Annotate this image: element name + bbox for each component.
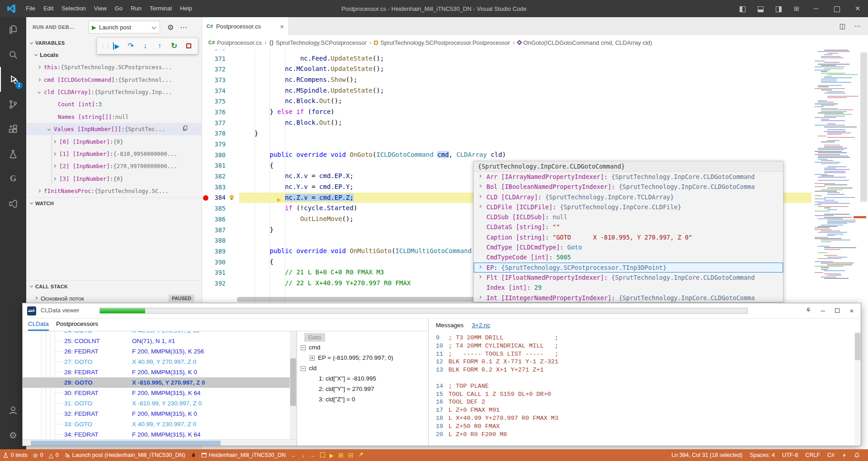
restart-button[interactable]: ↻ xyxy=(168,41,180,51)
activity-source-control[interactable] xyxy=(0,92,26,117)
cldata-tab-postprocessors[interactable]: Postprocessors xyxy=(56,319,98,331)
line-content[interactable]: } xyxy=(239,128,811,139)
tree-horizontal-scrollbar[interactable] xyxy=(23,439,297,446)
cld-command-row[interactable]: 25: COOLNTON(71), N 1, #1 xyxy=(23,336,297,346)
line-content[interactable]: nc.Block.Out(); xyxy=(239,96,811,107)
watch-section-header[interactable]: WATCH xyxy=(26,197,202,209)
glyph-margin[interactable] xyxy=(202,128,209,139)
status-arrow-left[interactable]: ← xyxy=(288,452,299,459)
cld-command-row[interactable]: 31: GOTOX -810.99, Y 230.997, Z 0 xyxy=(23,398,297,409)
line-content[interactable] xyxy=(239,139,811,150)
status-screen[interactable] xyxy=(318,452,327,459)
code-line[interactable]: 375nc.Block.Out(); xyxy=(202,96,811,107)
menu-file[interactable]: File xyxy=(22,0,39,17)
more-actions-icon[interactable]: ⋯ xyxy=(180,23,188,32)
cldata-minimize-button[interactable]: ─ xyxy=(816,305,829,316)
line-content[interactable]: } else if (force) xyxy=(239,107,811,118)
line-number[interactable]: 374 xyxy=(209,87,226,94)
glyph-margin[interactable] xyxy=(202,53,209,64)
code-line[interactable]: 370else xyxy=(202,50,811,53)
status-spaces-4[interactable]: Spaces: 4 xyxy=(746,449,778,461)
status-beaker[interactable]: 0 tests xyxy=(0,449,30,461)
glyph-margin[interactable] xyxy=(202,118,209,128)
menu-terminal[interactable]: Terminal xyxy=(146,0,176,17)
glyph-margin[interactable] xyxy=(202,75,209,85)
glyph-margin[interactable] xyxy=(202,267,209,278)
line-number[interactable]: 378 xyxy=(209,130,226,137)
popup-property-row[interactable]: CLDSub [ICLDSub]: null xyxy=(474,212,783,222)
line-number[interactable]: 383 xyxy=(209,183,226,191)
glyph-margin[interactable] xyxy=(202,85,209,96)
twistie-icon[interactable] xyxy=(38,78,41,81)
start-debug-icon[interactable]: ▶ xyxy=(92,24,96,31)
glyph-margin[interactable] xyxy=(202,139,209,150)
cld-command-row[interactable]: 33: GOTOX 40.99, Y 230.997, Z 0 xyxy=(23,419,297,429)
toggle-secondary-sidebar-icon[interactable] xyxy=(769,0,788,17)
glyph-margin[interactable] xyxy=(202,235,209,246)
popup-property-row[interactable]: Flt [IFloatNamedPropertyIndexer]: {Sprut… xyxy=(474,273,783,282)
goto-node-label[interactable]: Goto xyxy=(304,333,325,342)
expand-icon[interactable]: + xyxy=(310,356,315,361)
launch-config-dropdown[interactable]: ▶ Launch post xyxy=(89,21,160,33)
variable-row[interactable]: Names [string[]]: null xyxy=(26,111,202,123)
glyph-margin[interactable] xyxy=(202,246,209,257)
variable-row[interactable]: cld [CLDArray]: {SprutTechnology.Inp... xyxy=(26,86,202,98)
twistie-icon[interactable] xyxy=(38,189,41,193)
cld-command-row[interactable]: 28: FEDRATF 200, MMPM(315), K 0 xyxy=(23,367,297,377)
twistie-icon[interactable] xyxy=(478,174,481,178)
menu-selection[interactable]: Selection xyxy=(57,0,90,17)
glyph-margin[interactable] xyxy=(202,160,209,171)
variable-row[interactable]: fInitNamesProc: {SprutTechnology.SC... xyxy=(26,185,202,197)
status-warning[interactable]: △0 xyxy=(46,449,61,461)
line-number[interactable]: 382 xyxy=(209,173,226,180)
glyph-margin[interactable] xyxy=(202,50,209,53)
twistie-icon[interactable] xyxy=(47,127,51,131)
cld-command-row[interactable]: 30: FEDRATF 200, MMPM(315), K 64 xyxy=(23,388,297,398)
status-utf-8[interactable]: UTF-8 xyxy=(778,449,802,461)
glyph-margin[interactable] xyxy=(202,182,209,193)
line-number[interactable]: 387 xyxy=(209,226,226,234)
variable-row[interactable]: this: {SprutTechnology.SCPostprocess... xyxy=(26,61,202,73)
line-number[interactable]: 376 xyxy=(209,108,226,116)
cldata-maximize-button[interactable] xyxy=(831,305,844,316)
line-number[interactable]: 371 xyxy=(209,55,226,62)
goto-tree-node[interactable]: +EP = (-810.995; 270.997; 0) xyxy=(310,353,393,363)
status-c#[interactable]: C# xyxy=(824,449,838,461)
line-content[interactable]: public override void OnGoto(ICLDGotoComm… xyxy=(239,150,811,160)
activity-extensions[interactable] xyxy=(0,117,26,141)
status-plus-box[interactable]: ⊞ xyxy=(336,452,346,459)
line-content[interactable]: nc.Feed.UpdateState(); xyxy=(239,53,811,64)
call-stack-section-header[interactable]: CALL STACK xyxy=(26,280,202,292)
line-content[interactable]: else xyxy=(239,50,811,53)
step-over-button[interactable]: ↷ xyxy=(124,41,137,51)
status-flame[interactable] xyxy=(188,449,199,461)
menu-help[interactable]: Help xyxy=(176,0,196,17)
cld-command-row[interactable]: 34: FEDRATF 200, MMPM(315), K 64 xyxy=(23,429,297,439)
glyph-margin[interactable] xyxy=(202,214,209,225)
cldata-close-button[interactable]: × xyxy=(845,305,858,316)
variable-row[interactable]: [0] [InpNumber]: {0} xyxy=(26,135,202,147)
line-number[interactable]: 385 xyxy=(209,205,226,212)
lightbulb-icon[interactable] xyxy=(228,194,235,203)
code-line[interactable]: 371nc.Feed.UpdateState(); xyxy=(202,53,811,64)
split-editor-icon[interactable]: ◫ xyxy=(840,22,846,30)
status-play[interactable]: ▶ xyxy=(327,452,336,459)
cld-command-row[interactable]: 27: GOTOX 40.99, Y 270.997, Z 0 xyxy=(23,357,297,367)
activity-search[interactable] xyxy=(0,42,26,67)
breakpoint-icon[interactable] xyxy=(203,195,208,201)
popup-property-row[interactable]: EP: {SprutTechnology.SCPostprocessor.TIn… xyxy=(474,263,783,273)
collapse-icon[interactable]: − xyxy=(301,366,306,371)
variable-row[interactable]: cmd [ICLDGotoCommand]: {SprutTechnol... xyxy=(26,73,202,85)
cldata-tab-cldata[interactable]: CLData xyxy=(28,319,49,331)
line-number[interactable]: 379 xyxy=(209,141,226,148)
activity-explorer[interactable] xyxy=(0,17,26,42)
glyph-margin[interactable] xyxy=(202,193,209,203)
popup-property-row[interactable]: Index [int]: 29 xyxy=(474,282,783,292)
messages-scrollbar[interactable] xyxy=(854,331,861,446)
cld-command-row[interactable]: 32: FEDRATF 200, MMPM(315), K 0 xyxy=(23,409,297,419)
goto-tree-node[interactable]: 2: cld["Y"] = 270.997 xyxy=(319,384,374,394)
line-number[interactable]: 370 xyxy=(209,50,226,52)
goto-tree-node[interactable]: −cld xyxy=(301,363,316,373)
code-line[interactable]: 373nc.RCompens.Show(); xyxy=(202,75,811,85)
twistie-icon[interactable] xyxy=(38,90,41,94)
